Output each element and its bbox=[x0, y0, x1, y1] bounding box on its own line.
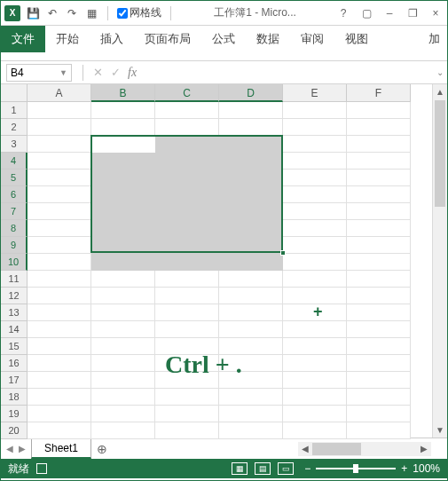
horizontal-scrollbar[interactable]: ◀ ▶ bbox=[298, 442, 431, 456]
cell-F7[interactable] bbox=[347, 203, 411, 220]
excel-icon[interactable]: X bbox=[4, 5, 20, 21]
gridlines-check-input[interactable] bbox=[117, 8, 128, 19]
cell-D17[interactable] bbox=[219, 372, 283, 389]
name-box-dropdown-icon[interactable]: ▼ bbox=[59, 68, 67, 77]
cell-E1[interactable] bbox=[283, 102, 347, 119]
vertical-scrollbar[interactable]: ▲ ▼ bbox=[432, 84, 447, 438]
cell-C19[interactable] bbox=[155, 406, 219, 422]
restore-button[interactable]: ❐ bbox=[405, 7, 420, 20]
active-cell[interactable] bbox=[91, 136, 155, 153]
cell-C16[interactable] bbox=[155, 355, 219, 372]
cell-C14[interactable] bbox=[155, 321, 219, 338]
cell-E7[interactable] bbox=[283, 203, 347, 220]
gridlines-checkbox[interactable]: 网格线 bbox=[117, 5, 161, 20]
column-header-a[interactable]: A bbox=[28, 84, 91, 102]
cell-D1[interactable] bbox=[219, 102, 283, 119]
cell-B13[interactable] bbox=[91, 304, 155, 321]
cell-A5[interactable] bbox=[28, 170, 91, 186]
scroll-down-icon[interactable]: ▼ bbox=[433, 422, 447, 438]
spreadsheet-grid[interactable]: ABCDEF 1234567891011121314151617181920 +… bbox=[1, 84, 447, 438]
cell-F11[interactable] bbox=[347, 271, 411, 288]
cell-B15[interactable] bbox=[91, 338, 155, 355]
cell-E13[interactable] bbox=[283, 304, 347, 321]
cell-E14[interactable] bbox=[283, 321, 347, 338]
cell-C11[interactable] bbox=[155, 271, 219, 288]
cell-D11[interactable] bbox=[219, 271, 283, 288]
cell-E17[interactable] bbox=[283, 372, 347, 389]
normal-view-button[interactable]: ▦ bbox=[232, 462, 248, 475]
grid-icon[interactable]: ▦ bbox=[84, 6, 98, 20]
tab-file[interactable]: 文件 bbox=[1, 26, 45, 52]
row-header-10[interactable]: 10 bbox=[1, 254, 28, 271]
cell-D13[interactable] bbox=[219, 304, 283, 321]
cell-A6[interactable] bbox=[28, 186, 91, 203]
cell-F8[interactable] bbox=[347, 220, 411, 237]
cell-C1[interactable] bbox=[155, 102, 219, 119]
tab-overflow[interactable]: 加 bbox=[421, 26, 447, 52]
cell-F17[interactable] bbox=[347, 372, 411, 389]
cell-A14[interactable] bbox=[28, 321, 91, 338]
cell-F2[interactable] bbox=[347, 119, 411, 136]
cell-F13[interactable] bbox=[347, 304, 411, 321]
cell-A1[interactable] bbox=[28, 102, 91, 119]
cell-B1[interactable] bbox=[91, 102, 155, 119]
row-header-12[interactable]: 12 bbox=[1, 288, 28, 304]
cell-A7[interactable] bbox=[28, 203, 91, 220]
help-button[interactable]: ? bbox=[335, 7, 351, 20]
zoom-in-button[interactable]: + bbox=[401, 462, 407, 475]
cell-A16[interactable] bbox=[28, 355, 91, 372]
row-header-3[interactable]: 3 bbox=[1, 136, 28, 153]
cell-C17[interactable] bbox=[155, 372, 219, 389]
cell-A4[interactable] bbox=[28, 153, 91, 170]
cell-B20[interactable] bbox=[91, 422, 155, 439]
cell-E2[interactable] bbox=[283, 119, 347, 136]
row-header-2[interactable]: 2 bbox=[1, 119, 28, 136]
row-header-1[interactable]: 1 bbox=[1, 102, 28, 119]
cell-D16[interactable] bbox=[219, 355, 283, 372]
cell-F18[interactable] bbox=[347, 389, 411, 406]
column-header-d[interactable]: D bbox=[219, 84, 283, 102]
cell-D20[interactable] bbox=[219, 422, 283, 439]
row-header-11[interactable]: 11 bbox=[1, 271, 28, 288]
row-header-13[interactable]: 13 bbox=[1, 304, 28, 321]
row-header-7[interactable]: 7 bbox=[1, 203, 28, 220]
tab-review[interactable]: 审阅 bbox=[290, 26, 334, 52]
formula-expand-icon[interactable]: ⌄ bbox=[433, 67, 447, 77]
confirm-formula-button[interactable]: ✓ bbox=[106, 66, 124, 79]
cell-E3[interactable] bbox=[283, 136, 347, 153]
cell-D18[interactable] bbox=[219, 389, 283, 406]
page-break-view-button[interactable]: ▭ bbox=[278, 462, 294, 475]
cell-D19[interactable] bbox=[219, 406, 283, 422]
cell-F3[interactable] bbox=[347, 136, 411, 153]
sheet-prev-icon[interactable]: ◀ bbox=[6, 444, 13, 453]
tab-formulas[interactable]: 公式 bbox=[201, 26, 246, 52]
cell-B12[interactable] bbox=[91, 288, 155, 304]
scroll-track[interactable] bbox=[312, 443, 417, 455]
cell-E10[interactable] bbox=[283, 254, 347, 271]
tab-home[interactable]: 开始 bbox=[45, 26, 90, 52]
row-header-20[interactable]: 20 bbox=[1, 422, 28, 439]
cell-A18[interactable] bbox=[28, 389, 91, 406]
cell-D14[interactable] bbox=[219, 321, 283, 338]
cell-A19[interactable] bbox=[28, 406, 91, 422]
cell-E6[interactable] bbox=[283, 186, 347, 203]
cell-D12[interactable] bbox=[219, 288, 283, 304]
cell-F15[interactable] bbox=[347, 338, 411, 355]
cell-E16[interactable] bbox=[283, 355, 347, 372]
tab-page-layout[interactable]: 页面布局 bbox=[134, 26, 201, 52]
cell-E19[interactable] bbox=[283, 406, 347, 422]
close-button[interactable]: × bbox=[428, 7, 444, 20]
macro-indicator-icon[interactable] bbox=[36, 463, 47, 474]
tab-data[interactable]: 数据 bbox=[246, 26, 290, 52]
cell-C20[interactable] bbox=[155, 422, 219, 439]
redo-icon[interactable]: ↷ bbox=[65, 6, 79, 20]
tab-insert[interactable]: 插入 bbox=[90, 26, 134, 52]
zoom-level[interactable]: 100% bbox=[413, 462, 440, 475]
row-header-6[interactable]: 6 bbox=[1, 186, 28, 203]
row-header-17[interactable]: 17 bbox=[1, 372, 28, 389]
zoom-slider[interactable] bbox=[316, 468, 396, 469]
cell-A10[interactable] bbox=[28, 254, 91, 271]
row-header-14[interactable]: 14 bbox=[1, 321, 28, 338]
zoom-out-button[interactable]: − bbox=[304, 462, 310, 475]
cell-F12[interactable] bbox=[347, 288, 411, 304]
